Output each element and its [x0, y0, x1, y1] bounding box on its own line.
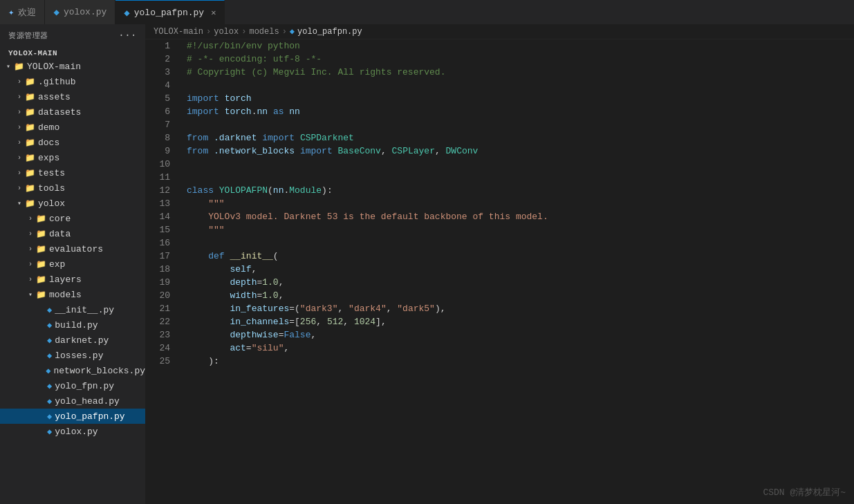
sidebar-item-evaluators[interactable]: › 📁 evaluators: [0, 241, 145, 256]
arrow-icon: ▾: [3, 62, 14, 71]
arrow-icon: ›: [14, 169, 25, 177]
sidebar-item-init[interactable]: › ◆ __init__.py: [0, 302, 145, 317]
code-line-21: in_features=("dark3", "dark4", "dark5"),: [187, 302, 854, 315]
arrow-icon: ›: [14, 109, 25, 116]
ln-18: 18: [145, 263, 176, 276]
arrow-icon: ›: [14, 154, 25, 162]
folder-label: evaluators: [49, 244, 103, 254]
folder-label: YOLOX-main: [27, 62, 81, 72]
editor-area: YOLOX-main › yolox › models › ◆ yolo_paf…: [145, 24, 854, 504]
sidebar-item-data[interactable]: › 📁 data: [0, 226, 145, 241]
py-file-icon: ◆: [47, 335, 52, 346]
sidebar-item-exps[interactable]: › 📁 exps: [0, 150, 145, 165]
py-file-icon: ◆: [47, 351, 52, 361]
sidebar: 资源管理器 ··· YOLOX-MAIN ▾ 📁 YOLOX-main › 📁 …: [0, 24, 145, 504]
code-line-8: from .darknet import CSPDarknet: [187, 131, 854, 144]
code-line-13: """: [187, 197, 854, 210]
arrow-icon: ›: [14, 139, 25, 147]
sidebar-item-exp[interactable]: › 📁 exp: [0, 256, 145, 272]
ln-17: 17: [145, 250, 176, 263]
folder-icon: 📁: [36, 274, 46, 285]
code-editor[interactable]: 1 2 3 4 5 6 7 8 9 10 11 12 13 14 15 16 1…: [145, 39, 854, 504]
code-line-1: #!/usr/bin/env python: [187, 39, 854, 53]
tab-close-button[interactable]: ✕: [211, 8, 216, 18]
sidebar-item-core[interactable]: › 📁 core: [0, 211, 145, 226]
sidebar-item-build[interactable]: › ◆ build.py: [0, 317, 145, 333]
breadcrumb-part-3: models: [249, 27, 279, 37]
ln-21: 21: [145, 302, 176, 315]
sidebar-item-datasets[interactable]: › 📁 datasets: [0, 104, 145, 120]
tab-yolo-pafpn[interactable]: ◆ yolo_pafpn.py ✕: [115, 0, 225, 24]
sidebar-item-models[interactable]: ▾ 📁 models: [0, 287, 145, 302]
ln-12: 12: [145, 184, 176, 197]
file-label: network_blocks.py: [53, 366, 145, 376]
code-line-14: YOLOv3 model. Darknet 53 is the default …: [187, 210, 854, 223]
code-content[interactable]: #!/usr/bin/env python # -*- encoding: ut…: [181, 39, 854, 504]
sidebar-item-yolo-head[interactable]: › ◆ yolo_head.py: [0, 393, 145, 409]
code-line-19: depth=1.0,: [187, 276, 854, 289]
code-line-24: act="silu",: [187, 342, 854, 355]
sidebar-item-network-blocks[interactable]: › ◆ network_blocks.py: [0, 363, 145, 378]
code-line-5: import torch: [187, 92, 854, 105]
tab-yolox-label: yolox.py: [64, 7, 106, 17]
code-line-23: depthwise=False,: [187, 328, 854, 342]
sidebar-item-tests[interactable]: › 📁 tests: [0, 165, 145, 180]
code-line-22: in_channels=[256, 512, 1024],: [187, 315, 854, 328]
welcome-icon: ✦: [8, 6, 14, 18]
code-line-18: self,: [187, 263, 854, 276]
main-area: 资源管理器 ··· YOLOX-MAIN ▾ 📁 YOLOX-main › 📁 …: [0, 24, 854, 504]
ln-3: 3: [145, 66, 176, 79]
sidebar-item-docs[interactable]: › 📁 docs: [0, 135, 145, 150]
sidebar-item-github[interactable]: › 📁 .github: [0, 74, 145, 89]
folder-label: exp: [49, 259, 65, 270]
sidebar-item-yolox-main[interactable]: ▾ 📁 YOLOX-main: [0, 59, 145, 74]
ln-8: 8: [145, 131, 176, 144]
sidebar-item-layers[interactable]: › 📁 layers: [0, 272, 145, 287]
ln-14: 14: [145, 210, 176, 223]
folder-label: tools: [38, 183, 65, 194]
code-line-9: from .network_blocks import BaseConv, CS…: [187, 144, 854, 158]
code-line-17: def __init__(: [187, 250, 854, 263]
folder-icon: 📁: [25, 92, 35, 102]
folder-label: assets: [38, 92, 71, 102]
ln-2: 2: [145, 53, 176, 66]
ln-1: 1: [145, 39, 176, 53]
folder-icon: 📁: [36, 244, 46, 254]
arrow-icon: ›: [14, 124, 25, 131]
arrow-icon: ▾: [14, 199, 25, 207]
sidebar-item-yolox-py[interactable]: › ◆ yolox.py: [0, 424, 145, 439]
sidebar-item-demo[interactable]: › 📁 demo: [0, 120, 145, 135]
sidebar-item-yolo-fpn[interactable]: › ◆ yolo_fpn.py: [0, 378, 145, 393]
ln-15: 15: [145, 223, 176, 236]
sidebar-item-darknet[interactable]: › ◆ darknet.py: [0, 333, 145, 348]
ln-24: 24: [145, 342, 176, 355]
code-line-16: [187, 236, 854, 250]
breadcrumb-sep-1: ›: [206, 27, 211, 37]
file-label: yolo_head.py: [55, 396, 120, 407]
code-line-2: # -*- encoding: utf-8 -*-: [187, 53, 854, 66]
tab-welcome-label: 欢迎: [18, 6, 36, 19]
tab-welcome[interactable]: ✦ 欢迎: [0, 0, 45, 24]
folder-icon: 📁: [36, 229, 46, 239]
sidebar-item-tools[interactable]: › 📁 tools: [0, 180, 145, 196]
sidebar-menu-button[interactable]: ···: [118, 30, 137, 41]
folder-icon: 📁: [25, 138, 35, 148]
folder-icon: 📁: [25, 107, 35, 118]
arrow-icon: ›: [14, 185, 25, 192]
sidebar-item-assets[interactable]: › 📁 assets: [0, 89, 145, 104]
py-file-icon: ◆: [47, 381, 52, 391]
sidebar-item-yolox-folder[interactable]: ▾ 📁 yolox: [0, 196, 145, 211]
root-label: YOLOX-MAIN: [0, 46, 145, 59]
sidebar-item-losses[interactable]: › ◆ losses.py: [0, 348, 145, 363]
py-breadcrumb-icon: ◆: [290, 26, 295, 37]
tab-yolox[interactable]: ◆ yolox.py: [45, 0, 115, 24]
code-line-6: import torch.nn as nn: [187, 105, 854, 118]
breadcrumb-sep-3: ›: [282, 27, 287, 37]
breadcrumb-sep-2: ›: [241, 27, 246, 37]
sidebar-item-yolo-pafpn[interactable]: › ◆ yolo_pafpn.py: [0, 409, 145, 424]
py-file-icon: ◆: [47, 320, 52, 330]
ln-5: 5: [145, 92, 176, 105]
folder-icon: 📁: [14, 62, 24, 72]
ln-4: 4: [145, 79, 176, 92]
tab-yolo-pafpn-label: yolo_pafpn.py: [134, 8, 204, 18]
